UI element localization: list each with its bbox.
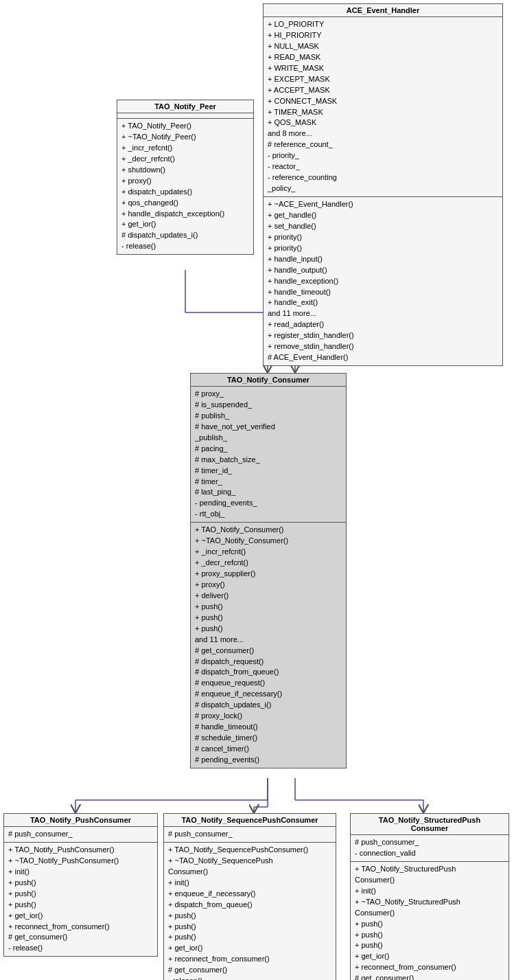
consumer-attr-11: - pending_events_ xyxy=(195,498,342,509)
consumer-method-7: + deliver() xyxy=(195,591,342,602)
peer-method-4: + _decr_refcnt() xyxy=(121,154,249,165)
seq-method-3: Consumer() xyxy=(168,867,331,878)
seq-method-2: + ~TAO_Notify_SequencePush xyxy=(168,856,331,867)
ace-event-handler-box: ACE_Event_Handler + LO_PRIORITY + HI_PRI… xyxy=(263,3,503,366)
struct-method-3: + init() xyxy=(355,886,504,897)
tao-notify-structured-push-consumer-box: TAO_Notify_StructuredPushConsumer # push… xyxy=(350,813,509,980)
tao-notify-sequence-push-consumer-title: TAO_Notify_SequencePushConsumer xyxy=(164,814,336,827)
consumer-method-15: # enqueue_request() xyxy=(195,678,342,689)
ace-method-13: + register_stdin_handler() xyxy=(268,330,498,341)
push-method-5: + push() xyxy=(8,889,153,900)
push-method-3: + init() xyxy=(8,867,153,878)
consumer-method-9: + push() xyxy=(195,613,342,624)
struct-method-4: + ~TAO_Notify_StructuredPush xyxy=(355,897,504,908)
ace-attr-4: + READ_MASK xyxy=(268,52,498,63)
ace-attr-12: # reference_count_ xyxy=(268,139,498,150)
push-method-8: + reconnect_from_consumer() xyxy=(8,922,153,933)
ace-method-3: + set_handle() xyxy=(268,221,498,232)
consumer-attr-1: # proxy_ xyxy=(195,389,342,400)
struct-method-5: Consumer() xyxy=(355,908,504,919)
ace-method-2: + get_handle() xyxy=(268,210,498,221)
ace-method-12: + read_adapter() xyxy=(268,319,498,330)
struct-method-10: + reconnect_from_consumer() xyxy=(355,962,504,973)
push-consumer-attributes: # push_consumer_ xyxy=(4,827,157,843)
consumer-attr-7: # max_batch_size_ xyxy=(195,455,342,466)
tao-notify-push-consumer-box: TAO_Notify_PushConsumer # push_consumer_… xyxy=(3,813,158,957)
consumer-method-11: and 11 more... xyxy=(195,635,342,646)
consumer-attr-10: # last_ping_ xyxy=(195,487,342,498)
peer-method-7: + dispatch_updates() xyxy=(121,187,249,198)
struct-method-8: + push() xyxy=(355,940,504,951)
struct-method-11: # get_consumer() xyxy=(355,973,504,980)
ace-event-handler-title: ACE_Event_Handler xyxy=(264,4,502,17)
struct-method-2: Consumer() xyxy=(355,875,504,886)
peer-method-6: + proxy() xyxy=(121,176,249,187)
ace-attr-10: + QOS_MASK xyxy=(268,117,498,128)
seq-method-5: + enqueue_if_necessary() xyxy=(168,889,331,900)
peer-method-12: - release() xyxy=(121,241,249,252)
consumer-attr-12: - rtt_obj_ xyxy=(195,509,342,520)
seq-method-12: # get_consumer() xyxy=(168,965,331,976)
push-method-7: + get_ior() xyxy=(8,911,153,922)
struct-consumer-attributes: # push_consumer_ - connection_valid xyxy=(351,835,509,862)
consumer-method-18: # proxy_lock() xyxy=(195,711,342,722)
seq-method-13: - release() xyxy=(168,976,331,980)
ace-attr-7: + ACCEPT_MASK xyxy=(268,85,498,96)
consumer-method-22: # pending_events() xyxy=(195,755,342,766)
consumer-method-14: # dispatch_from_queue() xyxy=(195,667,342,678)
peer-method-10: + get_ior() xyxy=(121,219,249,230)
push-method-4: + push() xyxy=(8,878,153,889)
seq-method-7: + push() xyxy=(168,911,331,922)
push-method-6: + push() xyxy=(8,900,153,911)
consumer-method-3: + _incr_refcnt() xyxy=(195,547,342,558)
peer-method-3: + _incr_refcnt() xyxy=(121,143,249,154)
struct-method-1: + TAO_Notify_StructuredPush xyxy=(355,864,504,875)
seq-method-8: + push() xyxy=(168,922,331,933)
seq-consumer-attributes: # push_consumer_ xyxy=(164,827,336,843)
tao-notify-peer-box: TAO_Notify_Peer + TAO_Notify_Peer() + ~T… xyxy=(117,100,254,255)
ace-attr-11: and 8 more... xyxy=(268,128,498,139)
ace-attr-16: _policy_ xyxy=(268,183,498,194)
consumer-attr-6: # pacing_ xyxy=(195,444,342,455)
peer-method-9: + handle_dispatch_exception() xyxy=(121,209,249,220)
ace-attr-1: + LO_PRIORITY xyxy=(268,19,498,30)
consumer-method-1: + TAO_Notify_Consumer() xyxy=(195,525,342,536)
seq-method-11: + reconnect_from_consumer() xyxy=(168,954,331,965)
seq-method-6: + dispatch_from_queue() xyxy=(168,900,331,911)
seq-method-1: + TAO_Notify_SequencePushConsumer() xyxy=(168,845,331,856)
tao-notify-peer-attr-empty xyxy=(117,113,253,119)
consumer-method-5: + proxy_supplier() xyxy=(195,569,342,580)
ace-method-7: + handle_output() xyxy=(268,265,498,276)
seq-consumer-methods: + TAO_Notify_SequencePushConsumer() + ~T… xyxy=(164,843,336,980)
consumer-method-8: + push() xyxy=(195,602,342,613)
tao-notify-consumer-title: TAO_Notify_Consumer xyxy=(191,374,346,387)
ace-attr-15: - reference_counting xyxy=(268,172,498,183)
consumer-attr-8: # timer_id_ xyxy=(195,466,342,477)
ace-method-9: + handle_timeout() xyxy=(268,287,498,298)
consumer-attr-3: # publish_ xyxy=(195,411,342,422)
struct-method-6: + push() xyxy=(355,919,504,930)
push-method-9: # get_consumer() xyxy=(8,932,153,943)
struct-method-9: + get_ior() xyxy=(355,951,504,962)
tao-notify-peer-methods: + TAO_Notify_Peer() + ~TAO_Notify_Peer()… xyxy=(117,119,253,254)
seq-method-4: + init() xyxy=(168,878,331,889)
ace-method-11: and 11 more... xyxy=(268,308,498,319)
struct-consumer-methods: + TAO_Notify_StructuredPush Consumer() +… xyxy=(351,862,509,980)
tao-notify-structured-title: TAO_Notify_StructuredPushConsumer xyxy=(351,814,509,835)
peer-method-2: + ~TAO_Notify_Peer() xyxy=(121,132,249,143)
consumer-method-21: # cancel_timer() xyxy=(195,744,342,755)
push-consumer-methods: + TAO_Notify_PushConsumer() + ~TAO_Notif… xyxy=(4,843,157,956)
ace-method-14: + remove_stdin_handler() xyxy=(268,341,498,352)
seq-method-9: + push() xyxy=(168,932,331,943)
struct-attr-1: # push_consumer_ xyxy=(355,837,504,848)
tao-notify-consumer-attributes: # proxy_ # is_suspended_ # publish_ # ha… xyxy=(191,387,346,523)
diagram-container: ACE_Event_Handler + LO_PRIORITY + HI_PRI… xyxy=(0,0,514,980)
ace-attr-9: + TIMER_MASK xyxy=(268,107,498,118)
tao-notify-sequence-push-consumer-box: TAO_Notify_SequencePushConsumer # push_c… xyxy=(163,813,336,980)
ace-method-10: + handle_exit() xyxy=(268,297,498,308)
peer-method-5: + shutdown() xyxy=(121,165,249,176)
push-method-2: + ~TAO_Notify_PushConsumer() xyxy=(8,856,153,867)
consumer-method-12: # get_consumer() xyxy=(195,646,342,657)
consumer-method-16: # enqueue_if_necessary() xyxy=(195,689,342,700)
consumer-attr-2: # is_suspended_ xyxy=(195,400,342,411)
